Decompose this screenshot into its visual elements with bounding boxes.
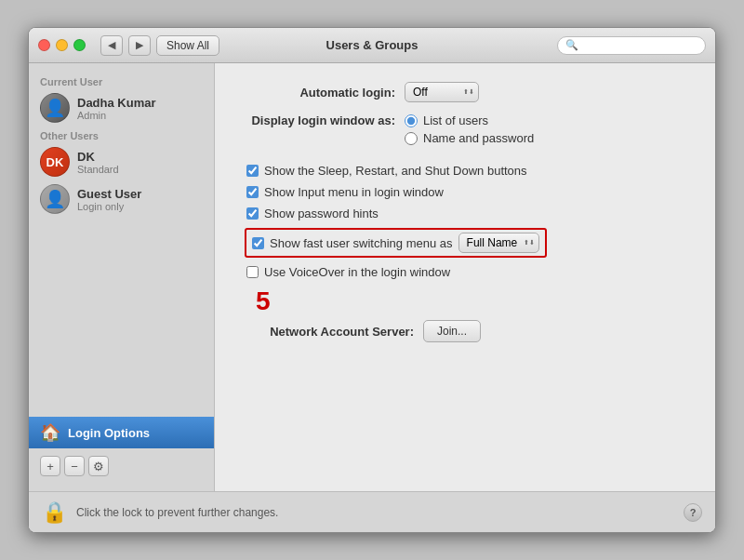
user-item-dk[interactable]: DK DK Standard xyxy=(29,143,214,180)
user-info-dadha: Dadha Kumar Admin xyxy=(77,96,156,121)
network-account-row: Network Account Server: Join... xyxy=(237,320,693,342)
maximize-button[interactable] xyxy=(73,39,86,51)
checkbox-sleep[interactable] xyxy=(246,165,259,177)
checkbox-sleep-row[interactable]: Show the Sleep, Restart, and Shut Down b… xyxy=(237,164,693,178)
user-name-dk: DK xyxy=(77,150,119,164)
main-content: Current User 👤 Dadha Kumar Admin Other U… xyxy=(29,63,715,491)
checkbox-password-hints-row[interactable]: Show password hints xyxy=(237,207,693,220)
window-title: Users & Groups xyxy=(326,38,418,52)
avatar-guest: 👤 xyxy=(40,184,70,214)
add-button[interactable]: + xyxy=(40,456,60,476)
join-button[interactable]: Join... xyxy=(423,320,481,342)
toolbar: ◀ ▶ Show All xyxy=(100,35,219,56)
automatic-login-select-wrapper: Off xyxy=(405,82,479,102)
switching-select[interactable]: Full Name xyxy=(458,233,539,253)
highlighted-fast-switch: Show fast user switching menu as Full Na… xyxy=(245,228,547,258)
user-name-dadha: Dadha Kumar xyxy=(77,96,156,110)
radio-list-label: List of users xyxy=(423,113,488,127)
automatic-login-label: Automatic login: xyxy=(237,86,405,100)
display-login-label: Display login window as: xyxy=(237,113,405,127)
network-account-label: Network Account Server: xyxy=(237,325,423,339)
close-button[interactable] xyxy=(38,39,50,51)
automatic-login-select[interactable]: Off xyxy=(405,82,479,102)
login-options-button[interactable]: 🏠 Login Options xyxy=(29,417,214,448)
help-button[interactable]: ? xyxy=(684,503,702,522)
bottom-text: Click the lock to prevent further change… xyxy=(76,506,278,519)
checkbox-voiceover-row[interactable]: Use VoiceOver in the login window xyxy=(237,265,693,279)
user-name-guest: Guest User xyxy=(77,187,141,201)
checkbox-sleep-label: Show the Sleep, Restart, and Shut Down b… xyxy=(264,164,527,178)
number-badge: 5 xyxy=(256,287,693,316)
show-all-button[interactable]: Show All xyxy=(156,35,219,56)
search-icon: 🔍 xyxy=(565,39,578,51)
checkbox-fast-switch-label: Show fast user switching menu as xyxy=(270,236,453,250)
user-info-dk: DK Standard xyxy=(77,150,119,175)
checkbox-voiceover[interactable] xyxy=(246,266,259,278)
settings-button[interactable]: ⚙ xyxy=(88,456,109,476)
forward-button[interactable]: ▶ xyxy=(128,35,151,56)
radio-list-input[interactable] xyxy=(405,114,418,127)
checkbox-input-menu-label: Show Input menu in login window xyxy=(264,185,444,199)
display-login-row: Display login window as: List of users N… xyxy=(237,113,693,145)
right-panel: Automatic login: Off Display login windo… xyxy=(215,63,715,491)
checkbox-fast-switch[interactable] xyxy=(252,237,264,249)
current-user-label: Current User xyxy=(29,73,214,89)
sidebar: Current User 👤 Dadha Kumar Admin Other U… xyxy=(29,63,215,491)
bottom-bar: 🔒 Click the lock to prevent further chan… xyxy=(29,491,715,532)
search-input[interactable] xyxy=(582,39,698,52)
traffic-lights xyxy=(38,39,86,51)
checkbox-password-hints-label: Show password hints xyxy=(264,207,379,220)
login-options-label: Login Options xyxy=(68,426,150,440)
user-info-guest: Guest User Login only xyxy=(77,187,141,212)
back-button[interactable]: ◀ xyxy=(100,35,123,56)
other-users-label: Other Users xyxy=(29,127,214,143)
house-icon: 🏠 xyxy=(40,422,60,443)
automatic-login-row: Automatic login: Off xyxy=(237,82,693,102)
radio-name-label: Name and password xyxy=(423,131,534,145)
display-login-radio-group: List of users Name and password xyxy=(405,113,534,145)
checkbox-input-menu[interactable] xyxy=(246,186,259,198)
titlebar: ◀ ▶ Show All Users & Groups 🔍 xyxy=(29,28,715,63)
main-window: ◀ ▶ Show All Users & Groups 🔍 Current Us… xyxy=(28,27,716,533)
avatar-dadha: 👤 xyxy=(40,93,70,123)
checkbox-voiceover-label: Use VoiceOver in the login window xyxy=(264,265,450,279)
lock-icon[interactable]: 🔒 xyxy=(42,500,67,525)
checkbox-password-hints[interactable] xyxy=(246,207,259,220)
avatar-dk: DK xyxy=(40,147,70,177)
user-item-dadha[interactable]: 👤 Dadha Kumar Admin xyxy=(29,89,214,127)
switching-select-wrapper: Full Name xyxy=(458,233,539,253)
radio-list-of-users[interactable]: List of users xyxy=(405,113,534,127)
radio-name-input[interactable] xyxy=(405,132,418,145)
minimize-button[interactable] xyxy=(56,39,68,51)
checkbox-fast-switch-row[interactable]: Show fast user switching menu as Full Na… xyxy=(237,228,693,258)
user-role-guest: Login only xyxy=(77,201,141,212)
user-role-dadha: Admin xyxy=(77,110,156,121)
radio-name-password[interactable]: Name and password xyxy=(405,131,534,145)
checkbox-input-menu-row[interactable]: Show Input menu in login window xyxy=(237,185,693,199)
remove-button[interactable]: − xyxy=(64,456,85,476)
user-role-dk: Standard xyxy=(77,164,119,175)
sidebar-bottom: + − ⚙ xyxy=(29,450,214,482)
search-box[interactable]: 🔍 xyxy=(557,36,706,55)
user-item-guest[interactable]: 👤 Guest User Login only xyxy=(29,180,214,218)
